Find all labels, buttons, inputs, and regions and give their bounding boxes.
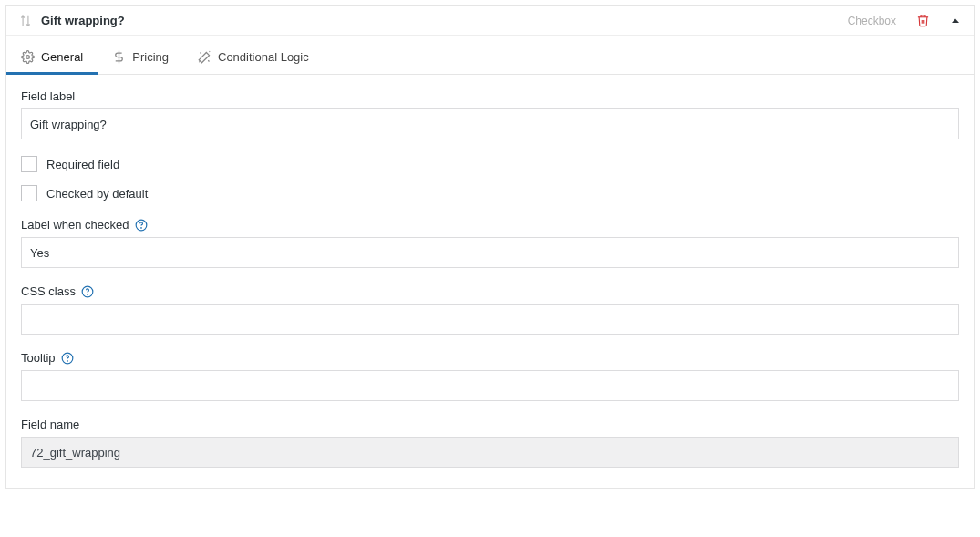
css-class-group: CSS class <box>21 284 959 335</box>
panel-body: Field label Required field Checked by de… <box>6 75 974 488</box>
tab-conditional-label: Conditional Logic <box>218 50 309 64</box>
help-icon[interactable] <box>61 352 74 365</box>
drag-handle-icon[interactable] <box>19 15 32 27</box>
collapse-icon[interactable] <box>950 15 961 26</box>
css-class-input[interactable] <box>21 304 959 335</box>
checked-default-checkbox[interactable] <box>21 185 37 201</box>
tab-general[interactable]: General <box>6 41 98 74</box>
svg-point-2 <box>140 227 141 228</box>
tooltip-group: Tooltip <box>21 351 959 401</box>
help-icon[interactable] <box>135 219 148 232</box>
checked-default-label: Checked by default <box>46 187 148 201</box>
svg-point-4 <box>88 294 88 294</box>
tooltip-input[interactable] <box>21 370 959 401</box>
panel-header: Gift wrapping? Checkbox <box>6 6 974 36</box>
label-when-checked-input[interactable] <box>21 237 959 268</box>
tab-conditional-logic[interactable]: Conditional Logic <box>183 41 324 74</box>
field-label-label: Field label <box>21 89 75 103</box>
dollar-icon <box>112 50 126 64</box>
field-name-input[interactable] <box>21 437 959 468</box>
tab-pricing-label: Pricing <box>132 50 169 64</box>
tooltip-label: Tooltip <box>21 351 56 365</box>
panel-title: Gift wrapping? <box>41 14 839 27</box>
field-name-label: Field name <box>21 418 79 431</box>
delete-icon[interactable] <box>916 14 930 27</box>
wand-icon <box>198 50 211 64</box>
help-icon[interactable] <box>81 285 94 298</box>
label-when-checked-group: Label when checked <box>21 218 959 268</box>
required-field-label: Required field <box>46 158 119 171</box>
svg-point-0 <box>26 56 30 59</box>
tab-pricing[interactable]: Pricing <box>98 41 183 74</box>
required-field-checkbox[interactable] <box>21 156 37 172</box>
gear-icon <box>21 50 35 64</box>
field-label-group: Field label <box>21 89 959 139</box>
field-label-input[interactable] <box>21 108 959 139</box>
required-field-row: Required field <box>21 156 959 172</box>
css-class-label: CSS class <box>21 284 76 298</box>
checked-default-row: Checked by default <box>21 185 959 201</box>
tabs-bar: General Pricing Conditional Logic <box>6 41 974 75</box>
field-panel: Gift wrapping? Checkbox General <box>5 5 975 489</box>
field-name-group: Field name <box>21 418 959 468</box>
svg-point-6 <box>67 360 67 361</box>
label-when-checked-label: Label when checked <box>21 218 129 232</box>
tab-general-label: General <box>41 50 83 64</box>
panel-type-label: Checkbox <box>848 15 896 27</box>
